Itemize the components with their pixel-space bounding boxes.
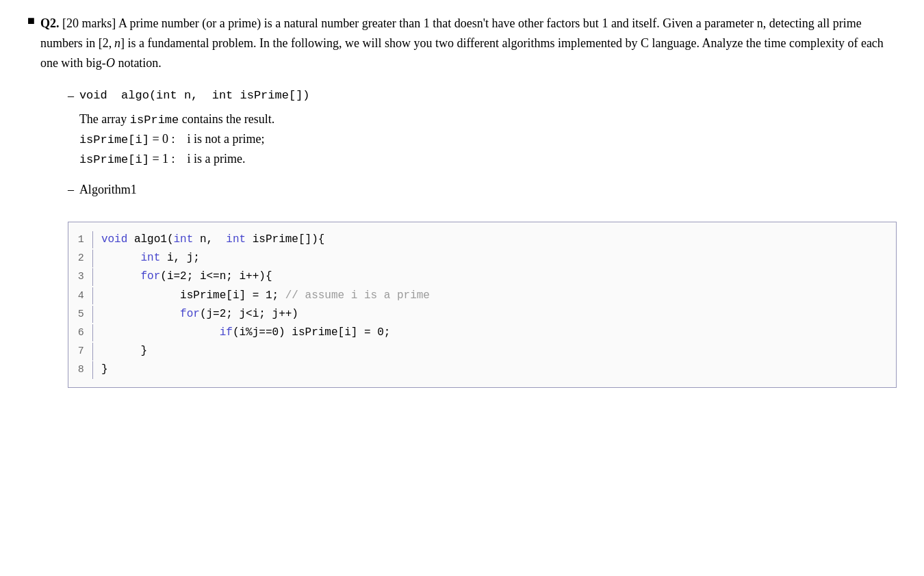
code-line-6: 6 if(i%j==0) isPrime[i] = 0;: [68, 324, 896, 342]
isprime-1-desc: i is a prime.: [188, 149, 246, 169]
code-line-5: 5 for(j=2; j<i; j++): [68, 305, 896, 324]
indent-block: – void algo(int n, int isPrime[]) The ar…: [68, 86, 897, 388]
description-block: void algo(int n, int isPrime[]) The arra…: [79, 86, 310, 169]
question-label: Q2.: [40, 16, 60, 30]
dash-1: –: [68, 86, 74, 106]
isprime-0-desc: i is not a prime;: [188, 129, 265, 149]
isprime-0-line: isPrime[i] = 0 : i is not a prime;: [79, 129, 310, 149]
algorithm-section: – Algorithm1: [68, 180, 897, 211]
code-content-4: isPrime[i] = 1; // assume i is a prime: [101, 287, 430, 305]
array-desc-line: The array isPrime contains the result.: [79, 109, 310, 129]
code-content-1: void algo1(int n, int isPrime[]){: [101, 231, 324, 249]
isprime-1-code: isPrime[i]: [79, 150, 149, 169]
isprime-1-eq: = 1 :: [149, 149, 188, 169]
line-num-8: 8: [68, 361, 93, 379]
code-content-3: for(i=2; i<=n; i++){: [101, 267, 272, 286]
line-num-4: 4: [68, 287, 93, 305]
code-line-8: 8 }: [68, 361, 896, 379]
line-num-5: 5: [68, 306, 93, 324]
line-num-3: 3: [68, 268, 93, 286]
line-num-7: 7: [68, 343, 93, 361]
code-content-6: if(i%j==0) isPrime[i] = 0;: [101, 324, 390, 342]
code-line-2: 2 int i, j;: [68, 249, 896, 267]
function-section: – void algo(int n, int isPrime[]) The ar…: [68, 86, 897, 169]
code-content-8: }: [101, 361, 108, 379]
isprime-1-line: isPrime[i] = 1 : i is a prime.: [79, 149, 310, 169]
bullet-symbol: ■: [27, 14, 35, 28]
function-signature: void algo(int n, int isPrime[]): [79, 86, 310, 105]
code-line-3: 3 for(i=2; i<=n; i++){: [68, 267, 896, 286]
algorithm-label: Algorithm1: [79, 180, 137, 200]
question-text: Q2. [20 marks] A prime number (or a prim…: [40, 14, 897, 388]
isprime-0-code: isPrime[i]: [79, 131, 149, 149]
code-content-2: int i, j;: [101, 249, 200, 267]
marks-label: [20 marks]: [62, 16, 118, 30]
code-line-7: 7 }: [68, 342, 896, 361]
code-line-1: 1 void algo1(int n, int isPrime[]){: [68, 231, 896, 249]
code-line-4: 4 isPrime[i] = 1; // assume i is a prime: [68, 287, 896, 305]
dash-2: –: [68, 180, 74, 200]
isprime-0-eq: = 0 :: [149, 129, 188, 149]
question-body: A prime number (or a prime) is a natural…: [40, 16, 884, 70]
question-block: ■ Q2. [20 marks] A prime number (or a pr…: [27, 14, 897, 388]
line-num-6: 6: [68, 324, 93, 342]
code-content-5: for(j=2; j<i; j++): [101, 305, 298, 324]
code-block: 1 void algo1(int n, int isPrime[]){ 2 in…: [68, 222, 897, 389]
line-num-1: 1: [68, 231, 93, 249]
code-content-7: }: [101, 342, 147, 361]
array-desc-text: The array isPrime contains the result.: [79, 109, 274, 129]
line-num-2: 2: [68, 250, 93, 267]
